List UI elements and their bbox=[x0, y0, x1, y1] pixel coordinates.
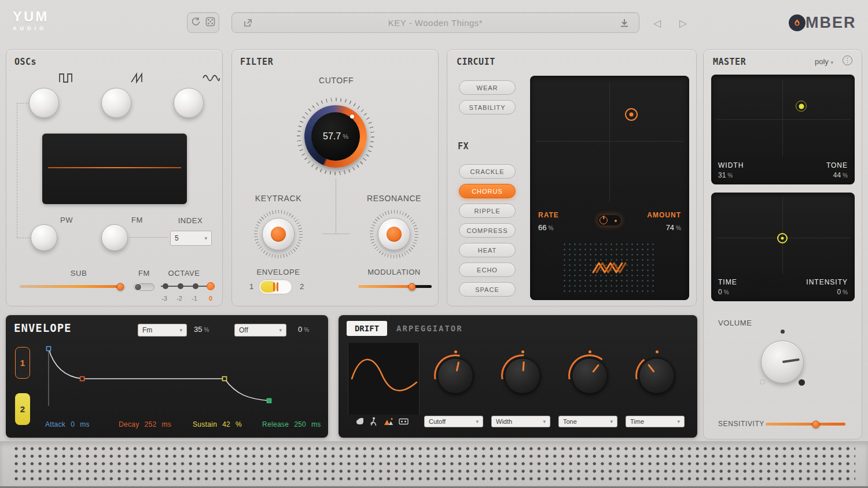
fx-xy-handle-dot bbox=[630, 113, 634, 117]
octave-dot--1[interactable] bbox=[193, 283, 198, 289]
drift-target-select-1[interactable]: Cutoff ▾ bbox=[424, 416, 483, 427]
env-mod1-select[interactable]: Fm ▾ bbox=[138, 324, 187, 337]
drift-knob-width[interactable] bbox=[505, 358, 540, 394]
octave-rail bbox=[161, 286, 212, 287]
pulse-wave-icon bbox=[58, 72, 77, 87]
ember-logo: MBER bbox=[789, 14, 856, 32]
envelope-tab-1[interactable]: 1 bbox=[15, 347, 30, 379]
octave-tick-label: -1 bbox=[192, 295, 197, 302]
preset-name[interactable]: KEY - Wooden Things* bbox=[388, 18, 483, 28]
envelope-tab-2[interactable]: 2 bbox=[15, 393, 30, 425]
fx-xy-handle[interactable] bbox=[625, 108, 638, 121]
fx-button-space[interactable]: SPACE bbox=[459, 282, 516, 297]
drift-target-select-3[interactable]: Tone ▾ bbox=[558, 416, 617, 427]
info-icon[interactable]: ⋮ bbox=[843, 56, 852, 65]
envelope-toggle-grip bbox=[273, 282, 275, 291]
volume-knob[interactable] bbox=[761, 341, 804, 383]
preset-bar[interactable]: KEY - Wooden Things* bbox=[231, 12, 639, 33]
resonance-knob[interactable] bbox=[370, 210, 418, 258]
decay-value: 252 bbox=[145, 420, 157, 428]
envelope-select-toggle[interactable] bbox=[259, 279, 292, 294]
fx-button-ripple[interactable]: RIPPLE bbox=[459, 204, 516, 218]
fm-index-link bbox=[129, 237, 168, 238]
pw-knob[interactable] bbox=[31, 224, 57, 251]
tab-drift[interactable]: DRIFT bbox=[347, 321, 387, 336]
osc2-knob[interactable] bbox=[101, 88, 131, 118]
keytrack-knob-center bbox=[271, 227, 286, 242]
sustain-handle bbox=[223, 377, 227, 381]
cassette-icon[interactable] bbox=[399, 417, 409, 426]
drift-target-select-2[interactable]: Width ▾ bbox=[491, 416, 550, 427]
envelope-panel: ENVELOPE Fm ▾ 35% Off ▾ 0% 1 2 Attack 0 bbox=[6, 315, 328, 438]
oscs-panel: OSCs PW FM INDEX 5 ▾ bbox=[6, 49, 223, 306]
sub-slider-handle[interactable] bbox=[116, 283, 124, 290]
circuit-title: CIRCUIT bbox=[457, 57, 495, 67]
grab-icon[interactable] bbox=[355, 417, 365, 426]
sensitivity-slider[interactable] bbox=[766, 423, 845, 426]
osc1-knob[interactable] bbox=[29, 88, 59, 118]
wear-button[interactable]: WEAR bbox=[459, 80, 516, 95]
width-label: WIDTH bbox=[718, 161, 744, 169]
osc3-knob[interactable] bbox=[174, 88, 204, 118]
fx-button-heat[interactable]: HEAT bbox=[459, 243, 516, 257]
keytrack-knob[interactable] bbox=[254, 210, 303, 258]
width-tone-pad[interactable]: WIDTH 31% TONE 44% bbox=[711, 75, 855, 184]
voice-mode-select[interactable]: poly ▾ bbox=[815, 57, 833, 66]
master-title: MASTER bbox=[713, 57, 746, 67]
chevron-down-icon: ▾ bbox=[677, 419, 680, 424]
amount-label: AMOUNT bbox=[647, 211, 681, 219]
drift-knob-tone[interactable] bbox=[572, 358, 608, 394]
chevron-down-icon: ▾ bbox=[543, 419, 546, 424]
drift-knob-cutoff[interactable] bbox=[437, 358, 473, 394]
fx-button-chorus[interactable]: CHORUS bbox=[459, 184, 516, 198]
envelope-graph[interactable] bbox=[41, 341, 324, 416]
fx-power-toggle[interactable] bbox=[597, 215, 621, 226]
modulation-slider-handle[interactable] bbox=[408, 283, 415, 290]
drift-knob-time[interactable] bbox=[639, 358, 675, 394]
env-mod2-value: Off bbox=[239, 326, 248, 334]
width-tone-handle[interactable] bbox=[796, 101, 807, 112]
env-mod2-select[interactable]: Off ▾ bbox=[234, 324, 286, 337]
voice-mode-value: poly bbox=[815, 57, 829, 66]
dice-icon[interactable] bbox=[205, 17, 215, 29]
next-preset-button[interactable]: ▷ bbox=[679, 17, 687, 29]
fx-button-echo[interactable]: ECHO bbox=[459, 263, 516, 277]
landscape-icon[interactable] bbox=[384, 417, 393, 426]
octave-dot--3[interactable] bbox=[163, 283, 168, 289]
fx-button-compress[interactable]: COMPRESS bbox=[459, 223, 516, 238]
fm-toggle-handle[interactable] bbox=[134, 283, 142, 291]
octave-dot--2[interactable] bbox=[178, 283, 183, 289]
modulation-slider[interactable] bbox=[358, 285, 432, 288]
fx-button-crackle[interactable]: CRACKLE bbox=[459, 164, 516, 179]
modulation-label: MODULATION bbox=[367, 268, 421, 276]
fm-toggle-label: FM bbox=[138, 269, 150, 278]
stability-button[interactable]: STABILITY bbox=[459, 100, 516, 114]
sensitivity-slider-handle[interactable] bbox=[812, 420, 819, 428]
fm-toggle[interactable] bbox=[134, 283, 155, 291]
drift-target-2: Width bbox=[496, 418, 512, 425]
filter-link-line bbox=[336, 178, 336, 234]
envelope-option-2: 2 bbox=[300, 282, 304, 291]
time-intensity-handle[interactable] bbox=[777, 233, 788, 243]
sensitivity-label: SENSITIVITY bbox=[718, 420, 764, 428]
cutoff-knob[interactable]: 57.7 % bbox=[297, 98, 374, 175]
export-icon[interactable] bbox=[242, 18, 253, 31]
fm-knob[interactable] bbox=[101, 224, 128, 251]
filter-panel: FILTER CUTOFF 57.7 % KEYTRACK RESONANCE bbox=[231, 49, 439, 306]
octave-dot-0[interactable] bbox=[207, 282, 215, 290]
tab-arpeggiator[interactable]: ARPEGGIATOR bbox=[396, 324, 463, 333]
walk-icon[interactable] bbox=[369, 417, 378, 426]
index-select[interactable]: 5 ▾ bbox=[170, 231, 212, 246]
time-intensity-pad[interactable]: TIME 0% INTENSITY 0% bbox=[711, 193, 855, 301]
drift-target-select-4[interactable]: Time ▾ bbox=[626, 416, 685, 427]
yum-audio-logo: YUM AUDIO bbox=[13, 9, 49, 31]
download-icon[interactable] bbox=[619, 18, 630, 31]
sub-slider[interactable] bbox=[20, 285, 123, 288]
env-mod1-value: Fm bbox=[142, 326, 152, 334]
volume-min-dot bbox=[760, 379, 765, 385]
fx-display[interactable]: RATE 66% AMOUNT 74% bbox=[530, 76, 689, 300]
prev-preset-button[interactable]: ◁ bbox=[653, 17, 661, 29]
volume-max-dot bbox=[799, 379, 805, 386]
decay-unit: ms bbox=[161, 420, 171, 428]
refresh-icon[interactable] bbox=[191, 17, 201, 29]
